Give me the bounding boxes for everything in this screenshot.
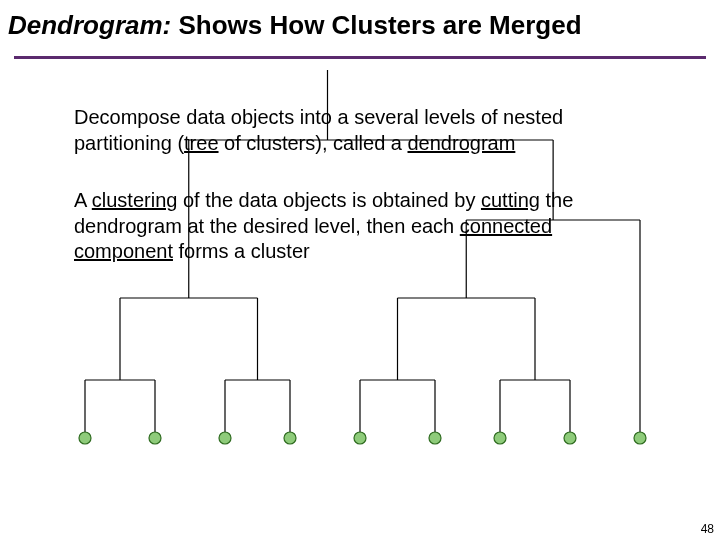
leaf-node <box>354 432 366 444</box>
leaf-node <box>219 432 231 444</box>
leaf-node <box>564 432 576 444</box>
page-number: 48 <box>701 522 714 536</box>
p2-u1: clustering <box>92 189 178 211</box>
leaf-node <box>79 432 91 444</box>
leaf-node <box>494 432 506 444</box>
title-underline <box>14 56 706 59</box>
p1-u2: dendrogram <box>408 132 516 154</box>
leaf-node <box>634 432 646 444</box>
title-rest: Shows How Clusters are Merged <box>171 10 581 40</box>
p1-u1: tree <box>184 132 218 154</box>
p1-t2: of clusters), called a <box>219 132 408 154</box>
p2-t2: of the data objects is obtained by <box>177 189 481 211</box>
p2-t4: forms a cluster <box>173 240 310 262</box>
leaf-node <box>429 432 441 444</box>
leaf-node <box>149 432 161 444</box>
slide-title: Dendrogram: Shows How Clusters are Merge… <box>8 10 712 41</box>
p2-u2: cutting <box>481 189 540 211</box>
leaf-node <box>284 432 296 444</box>
paragraph-2: A clustering of the data objects is obta… <box>74 188 650 265</box>
paragraph-1: Decompose data objects into a several le… <box>74 105 650 156</box>
title-prefix: Dendrogram: <box>8 10 171 40</box>
p2-t1: A <box>74 189 92 211</box>
